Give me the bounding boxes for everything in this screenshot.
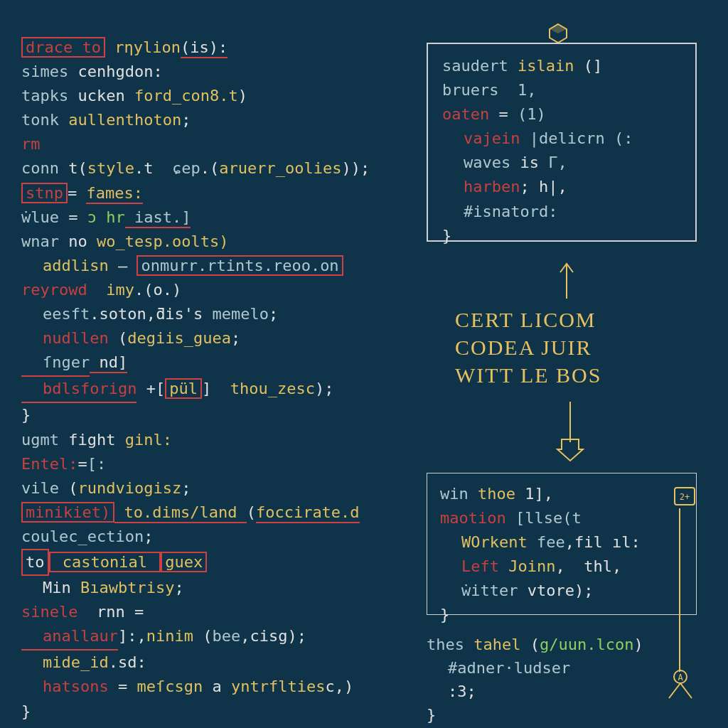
code-token: yntrflties [231, 678, 325, 695]
code-token: ɔ hr [87, 208, 125, 226]
code-token: tahel [473, 636, 520, 653]
code-token [105, 38, 114, 56]
code-token: .sd: [109, 653, 146, 671]
headline-text: CERT LICOM CODEA JUIR WITT LE BOS [455, 306, 682, 389]
code-token: stnp [21, 183, 68, 203]
code-token: bruers 1, [442, 81, 536, 99]
code-token: ) [238, 87, 247, 105]
code-token: ); [315, 380, 334, 397]
code-line: #adner·ludser [427, 656, 697, 680]
code-token: (1) [518, 105, 546, 123]
code-token: – [109, 257, 137, 274]
code-line: reyrowd imy.(o.) [21, 278, 405, 302]
code-token: fames: [86, 184, 142, 204]
code-line: harben; h|, [442, 175, 681, 199]
code-token: .(o.) [134, 281, 181, 299]
code-token: c,) [325, 678, 353, 695]
svg-text:2+: 2+ [680, 492, 690, 502]
code-line: saudert islain (] [442, 54, 681, 78]
callout-box-bottom: win thoe 1],maotion [llse(tWOrkent fee,f… [427, 473, 697, 615]
code-token: ,cisg); [240, 627, 306, 645]
code-line: Entel:=[: [21, 452, 405, 476]
code-token: (] [584, 57, 603, 75]
code-token: style [87, 159, 134, 177]
code-line: nudllen (degiis_guea; [21, 326, 405, 350]
footer-snippet: thes tahel (g/uun.lcon)#adner·ludser:3;} [427, 633, 697, 727]
code-token: #isnatord: [442, 200, 557, 224]
code-token: wnar [21, 232, 68, 250]
code-line: tapks ucken ford_con8.t) [21, 84, 405, 108]
code-token: thou_zesc [230, 380, 315, 397]
code-line: vile (rundviogisz; [21, 476, 405, 500]
code-token: hatsons [21, 675, 109, 699]
code-token: )); [341, 159, 370, 177]
code-token: ; [181, 111, 191, 129]
code-token: ginl: [125, 431, 172, 449]
code-line: ẇlue = ɔ hr iast.] [21, 205, 405, 230]
svg-marker-1 [550, 24, 567, 33]
code-token: oaten [442, 105, 489, 123]
code-line: stnp= fames: [21, 181, 405, 205]
code-line: } [442, 224, 681, 248]
code-token: vtore); [518, 582, 593, 599]
code-line: bruers 1, [442, 78, 681, 102]
code-token: thoe [478, 485, 515, 503]
code-token: win [440, 485, 478, 503]
code-token: vile [21, 479, 68, 497]
code-token: reyrowd [21, 281, 87, 299]
code-line: Left Joinn, thl, [440, 555, 683, 579]
code-token: thes [427, 636, 473, 653]
code-token: .( [200, 159, 220, 177]
code-line: oaten = (1) [442, 102, 681, 127]
code-token: Γ, [548, 154, 567, 171]
code-line: #isnatord: [442, 200, 681, 224]
code-token: } [21, 702, 31, 720]
code-token: nudllen [21, 326, 109, 350]
code-token: pül [165, 378, 202, 399]
code-token: ſnger [21, 350, 90, 377]
code-token: Bıawbtrisy [80, 579, 174, 596]
code-token: to.dims/land [114, 503, 246, 523]
code-token: = [59, 208, 87, 226]
code-token: ; [231, 329, 240, 347]
code-token: a [203, 678, 231, 695]
code-line: conn t(style.t ɕep.(aruerr_oolies)); [21, 156, 405, 181]
code-token: 1], [515, 485, 553, 503]
code-token: ( [247, 503, 256, 521]
code-line: tonk aullenthoton; [21, 108, 405, 132]
code-token: cenhgdon: [68, 63, 162, 80]
code-token: fee [528, 533, 565, 551]
code-line: hatsons = meſcsgn a yntrfltiesc,) [21, 675, 405, 699]
code-token: tapks [21, 87, 68, 105]
code-token: } [21, 406, 31, 424]
callout-box-top: saudert islain (]bruers 1,oaten = (1)vaj… [427, 43, 697, 242]
code-line: } [427, 703, 697, 727]
code-token: mide_id [21, 651, 109, 675]
code-token: eesft [21, 302, 90, 326]
code-token: meſcsgn [136, 678, 203, 695]
code-token: bee [212, 627, 240, 645]
tag-icon: 2+ [672, 483, 700, 512]
arrow-down-icon [556, 398, 584, 462]
code-token: ; [174, 579, 183, 596]
code-line: minikiet) to.dims/land (foccirate.d [21, 500, 405, 525]
code-token: rηylion [114, 38, 181, 56]
code-token: rm [21, 135, 41, 153]
code-line: waves is Γ, [442, 151, 681, 175]
code-token: ninim [146, 627, 193, 645]
hex-logo-icon [547, 23, 569, 44]
code-token: guex [161, 552, 207, 572]
code-token: ; h|, [520, 178, 567, 196]
code-token: conn [21, 159, 59, 177]
code-line: ugmt fight ginl: [21, 428, 405, 452]
code-line: simes cenhgdon: [21, 60, 405, 84]
code-token: g/uun.lcon [540, 636, 633, 653]
code-line: wnar no wo_tesp.oolts) [21, 230, 405, 254]
code-token: } [440, 606, 449, 623]
code-token: iast.] [125, 208, 191, 228]
code-token: castonial [49, 552, 161, 572]
code-line: eesft.soton,ƌis's memelo; [21, 302, 405, 326]
code-token: (is): [181, 38, 228, 58]
code-token: aullenthoton [68, 111, 181, 129]
code-token: tonk [21, 111, 68, 129]
